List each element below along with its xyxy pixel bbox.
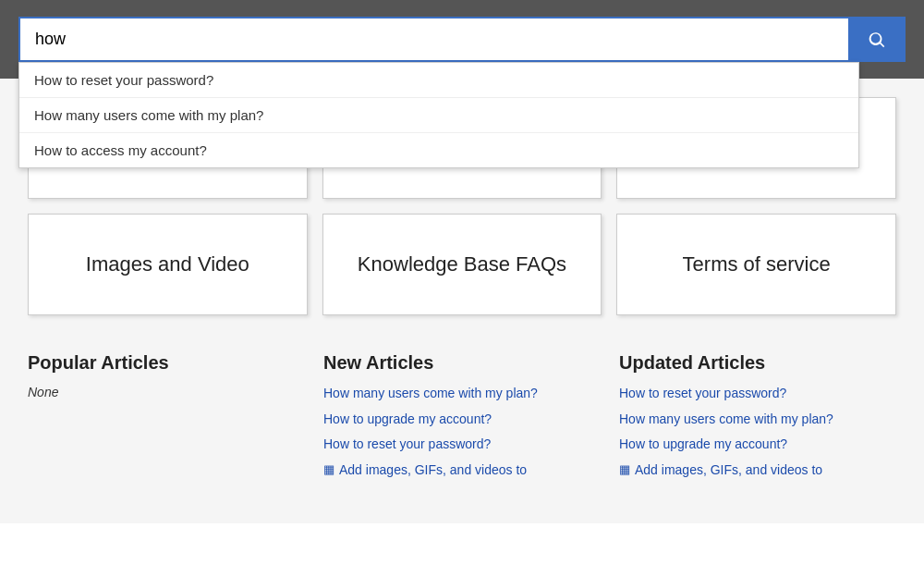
search-container: How to reset your password? How many use… <box>18 17 906 62</box>
header-bar: How to reset your password? How many use… <box>0 0 924 79</box>
page-wrapper: How to reset your password? How many use… <box>0 0 924 577</box>
category-label-terms-of-service: Terms of service <box>683 252 831 276</box>
new-article-link-1[interactable]: How many users come with my plan? <box>323 385 601 403</box>
search-icon <box>867 30 887 50</box>
article-icon: ▦ <box>619 461 630 478</box>
new-articles-title: New Articles <box>323 352 601 374</box>
articles-section: Popular Articles None New Articles How m… <box>28 343 896 496</box>
category-card-knowledge-base-faqs[interactable]: Knowledge Base FAQs <box>322 214 602 315</box>
updated-article-link-3[interactable]: How to upgrade my account? <box>619 436 896 454</box>
autocomplete-item[interactable]: How to reset your password? <box>19 63 858 98</box>
new-article-link-2[interactable]: How to upgrade my account? <box>323 411 601 429</box>
updated-articles-title: Updated Articles <box>619 352 896 374</box>
new-articles-col: New Articles How many users come with my… <box>323 352 601 486</box>
category-label-knowledge-base-faqs: Knowledge Base FAQs <box>358 252 566 276</box>
article-icon: ▦ <box>323 461 334 478</box>
autocomplete-item[interactable]: How to access my account? <box>19 133 858 167</box>
category-card-images-video[interactable]: Images and Video <box>28 214 308 315</box>
search-input[interactable] <box>18 17 848 62</box>
popular-articles-col: Popular Articles None <box>28 352 305 486</box>
updated-article-link-4[interactable]: ▦ Add images, GIFs, and videos to <box>619 461 896 480</box>
new-article-link-3[interactable]: How to reset your password? <box>323 436 601 454</box>
updated-article-link-1[interactable]: How to reset your password? <box>619 385 896 403</box>
updated-article-link-2[interactable]: How many users come with my plan? <box>619 411 896 429</box>
autocomplete-dropdown: How to reset your password? How many use… <box>18 62 859 168</box>
popular-articles-none: None <box>28 385 305 399</box>
autocomplete-item[interactable]: How many users come with my plan? <box>19 98 858 133</box>
new-article-link-4[interactable]: ▦ Add images, GIFs, and videos to <box>323 461 601 480</box>
updated-articles-col: Updated Articles How to reset your passw… <box>619 352 896 486</box>
category-card-terms-of-service[interactable]: Terms of service <box>616 214 896 315</box>
search-button[interactable] <box>848 17 906 62</box>
popular-articles-title: Popular Articles <box>28 352 305 374</box>
category-label-images-video: Images and Video <box>86 252 249 276</box>
